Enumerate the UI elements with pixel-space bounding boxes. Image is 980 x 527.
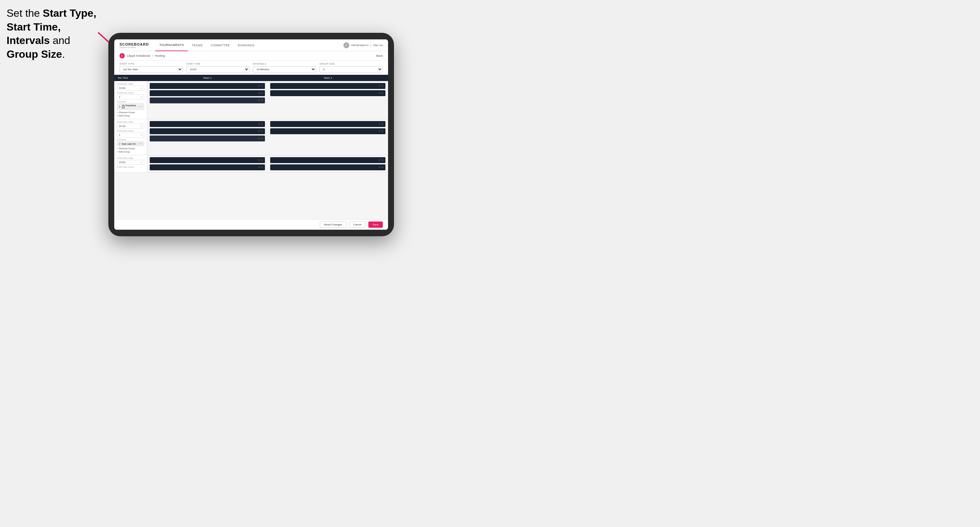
group-team2-2: ✕ ⊙ ✕ ⊙: [267, 119, 388, 155]
player-remove[interactable]: ✕: [379, 159, 380, 162]
group-size-group: Group Size 3: [320, 63, 383, 73]
player-row: ✕ ⊙: [150, 90, 265, 96]
course-edit-1[interactable]: ✎: [140, 105, 143, 108]
player-row: ✕ ⊙: [150, 83, 265, 89]
course-name-1: (A) Peachtree GC: [122, 104, 137, 109]
starting-hole-label-2: STARTING HOLE:: [117, 130, 144, 132]
player-edit[interactable]: ⊙: [382, 130, 383, 133]
tablet-frame: SCOREBOARD Powered by clippd TOURNAMENTS…: [108, 33, 394, 236]
starting-hole-value-2[interactable]: 1▾: [117, 133, 144, 138]
instruction-text: Set the Start Type, Start Time, Interval…: [6, 6, 105, 61]
start-time-select[interactable]: 10:00: [186, 66, 250, 73]
group-team1-1: ✕ ⊙ ✕ ⊙ ✕ ⊙: [147, 81, 267, 119]
action-bar: Reset Changes Cancel Save: [114, 219, 388, 230]
start-time-select-wrapper[interactable]: 10:00: [186, 66, 250, 73]
player-edit[interactable]: ⊙: [261, 99, 263, 102]
player-edit[interactable]: ⊙: [261, 130, 263, 133]
cancel-button[interactable]: Cancel: [349, 222, 366, 228]
table-row: STARTING TIME: 10:00⊙ STARTING HOLE: 1▾ …: [114, 81, 388, 119]
header-team1: Team 1: [147, 75, 267, 81]
intervals-select[interactable]: 10 Minutes: [253, 66, 316, 73]
player-row: ✕ ⊙: [150, 97, 265, 103]
c-logo: C: [119, 53, 125, 59]
nav-tabs: TOURNAMENTS TEAMS COMMITTEE RANKINGS: [155, 40, 344, 51]
player-row: ✕ ⊙: [270, 83, 385, 89]
player-remove[interactable]: ✕: [258, 137, 260, 140]
player-row: ✕ ⊙: [150, 121, 265, 127]
player-edit[interactable]: ⊙: [261, 123, 263, 125]
player-remove[interactable]: ✕: [258, 159, 260, 162]
separator: |: [371, 44, 371, 47]
player-edit[interactable]: ⊙: [382, 166, 383, 169]
player-edit[interactable]: ⊙: [382, 85, 383, 87]
avatar: B: [344, 42, 349, 48]
starting-time-value-3: 10:20⊙: [117, 160, 144, 165]
sign-out-link[interactable]: Sign out: [373, 44, 383, 47]
player-remove[interactable]: ✕: [258, 92, 260, 95]
intervals-label: Intervals: [253, 63, 316, 65]
start-type-select[interactable]: 1st Tee Start: [119, 66, 183, 73]
header-team2: Team 2: [267, 75, 388, 81]
starting-hole-value-1[interactable]: 1▾: [117, 95, 144, 99]
player-remove[interactable]: ✕: [379, 85, 380, 87]
course-tag-1: 🏌 (A) Peachtree GC × ✎: [117, 103, 144, 110]
player-edit[interactable]: ⊙: [261, 137, 263, 140]
player-row: ✕ ⊙: [270, 121, 385, 127]
table-area: Tee Time Team 1 Team 2 STARTING TIME: 10…: [114, 75, 388, 219]
course-name-2: East Lake GC: [122, 143, 136, 145]
add-group-1[interactable]: + Add Group: [117, 114, 144, 117]
starting-hole-label-3: STARTING HOLE:: [117, 166, 144, 168]
player-row: ✕ ⊙: [270, 157, 385, 163]
start-type-label: Start Type: [119, 63, 183, 65]
nav-tab-rankings[interactable]: RANKINGS: [234, 40, 258, 51]
player-edit[interactable]: ⊙: [261, 166, 263, 169]
start-type-select-wrapper[interactable]: 1st Tee Start: [119, 66, 183, 73]
course-remove-1[interactable]: ×: [138, 106, 140, 108]
player-edit[interactable]: ⊙: [382, 92, 383, 95]
group-team2-1: ✕ ⊙ ✕ ⊙: [267, 81, 388, 119]
nav-tab-committee[interactable]: COMMITTEE: [207, 40, 234, 51]
player-remove[interactable]: ✕: [379, 130, 380, 133]
add-group-2[interactable]: + Add Group: [117, 151, 144, 153]
group-left-3: STARTING TIME: 10:20⊙ STARTING HOLE:: [114, 155, 147, 172]
player-remove[interactable]: ✕: [258, 166, 260, 169]
starting-time-value-2: 10:10⊙: [117, 124, 144, 129]
group-size-select[interactable]: 3: [320, 66, 383, 73]
logo-area: SCOREBOARD Powered by clippd: [119, 42, 149, 48]
group-size-select-wrapper[interactable]: 3: [320, 66, 383, 73]
player-remove[interactable]: ✕: [258, 123, 260, 125]
player-remove[interactable]: ✕: [379, 92, 380, 95]
sub-header: C Clippd Invitational › Hosting Back: [114, 51, 388, 61]
remove-group-2[interactable]: ○ Remove Group: [117, 147, 144, 150]
header-tee-time: Tee Time: [114, 75, 147, 81]
remove-group-1[interactable]: ○ Remove Group: [117, 111, 144, 114]
intervals-group: Intervals 10 Minutes: [253, 63, 316, 73]
player-remove[interactable]: ✕: [379, 166, 380, 169]
player-remove[interactable]: ✕: [258, 130, 260, 133]
player-edit[interactable]: ⊙: [382, 159, 383, 162]
intervals-select-wrapper[interactable]: 10 Minutes: [253, 66, 316, 73]
logo-sub: Powered by clippd: [119, 46, 149, 48]
player-edit[interactable]: ⊙: [261, 159, 263, 162]
player-row: ✕ ⊙: [150, 164, 265, 170]
player-remove[interactable]: ✕: [258, 99, 260, 102]
player-edit[interactable]: ⊙: [261, 85, 263, 87]
save-button[interactable]: Save: [368, 222, 383, 228]
nav-right: B blair@clippd.io | Sign out: [344, 42, 383, 48]
table-row: STARTING TIME: 10:10⊙ STARTING HOLE: 1▾ …: [114, 119, 388, 155]
course-label-1: COURSE:: [117, 101, 144, 103]
player-edit[interactable]: ⊙: [382, 123, 383, 125]
player-row: ✕ ⊙: [150, 135, 265, 141]
player-edit[interactable]: ⊙: [261, 92, 263, 95]
player-remove[interactable]: ✕: [258, 85, 260, 87]
back-button[interactable]: Back: [376, 54, 383, 57]
nav-tab-tournaments[interactable]: TOURNAMENTS: [155, 40, 188, 51]
start-time-label: Start Time: [186, 63, 250, 65]
group-left-2: STARTING TIME: 10:10⊙ STARTING HOLE: 1▾ …: [114, 119, 147, 155]
starting-time-label-1: STARTING TIME:: [117, 83, 144, 85]
nav-tab-teams[interactable]: TEAMS: [188, 40, 207, 51]
course-edit-2[interactable]: ✎: [140, 143, 142, 145]
course-remove-2[interactable]: ×: [138, 143, 139, 145]
reset-button[interactable]: Reset Changes: [320, 222, 346, 228]
player-remove[interactable]: ✕: [379, 123, 380, 125]
